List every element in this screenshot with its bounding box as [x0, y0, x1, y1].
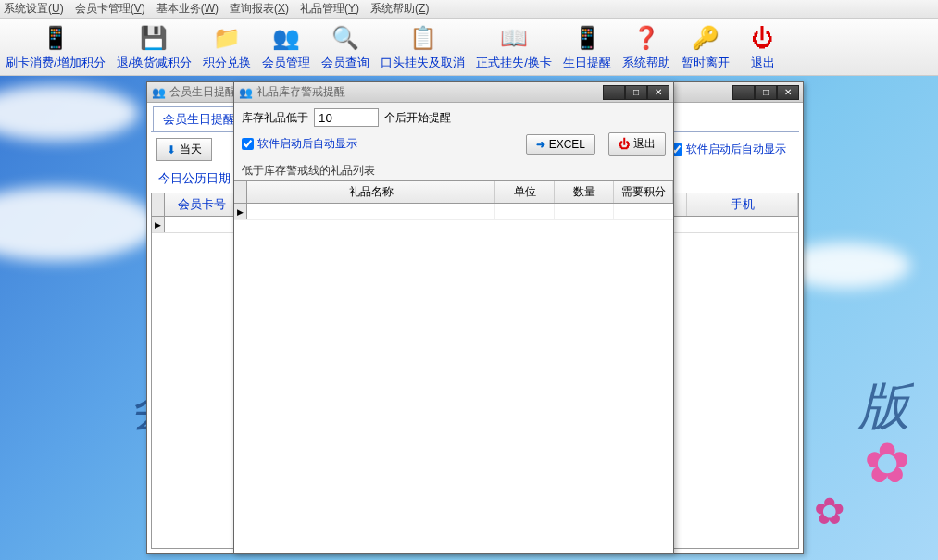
tb-exit[interactable]: ⏻退出: [735, 20, 791, 73]
tb-birthday[interactable]: 📱生日提醒: [557, 20, 617, 73]
col-card[interactable]: 会员卡号: [165, 193, 239, 216]
arrow-right-icon: ➜: [536, 138, 545, 151]
stock-grid[interactable]: 礼品名称 单位 数量 需要积分 ▶: [234, 180, 673, 553]
menu-card[interactable]: 会员卡管理(V): [75, 1, 145, 17]
people-icon: 👥: [151, 85, 166, 100]
threshold-suffix: 个后开始提醒: [384, 110, 451, 126]
minimize-button[interactable]: —: [732, 85, 755, 100]
today-button[interactable]: ⬇当天: [156, 138, 212, 161]
menu-report[interactable]: 查询报表(X): [230, 1, 289, 17]
maximize-button[interactable]: □: [755, 85, 777, 100]
clipboard-icon: 📋: [408, 23, 438, 53]
list-caption: 低于库存警戒线的礼品列表: [234, 161, 673, 180]
people-icon: 👥: [238, 85, 253, 100]
tb-member-query[interactable]: 🔍会员查询: [316, 20, 375, 73]
book-icon: 📖: [499, 23, 529, 53]
tb-formal-loss[interactable]: 📖正式挂失/换卡: [470, 20, 557, 73]
col-points[interactable]: 需要积分: [614, 181, 673, 203]
tb-points-exchange[interactable]: 📁积分兑换: [197, 20, 256, 73]
people-icon: 👥: [271, 23, 301, 53]
menu-gift[interactable]: 礼品管理(Y): [300, 1, 359, 17]
stock-titlebar[interactable]: 👥 礼品库存警戒提醒 — □ ✕: [234, 82, 673, 103]
threshold-input[interactable]: [314, 108, 379, 127]
search-icon: 🔍: [331, 23, 360, 53]
menu-bar: 系统设置(U) 会员卡管理(V) 基本业务(W) 查询报表(X) 礼品管理(Y)…: [0, 0, 938, 19]
excel-button[interactable]: ➜EXCEL: [526, 134, 595, 155]
stock-title: 礼品库存警戒提醒: [256, 84, 603, 100]
row-marker-header: [234, 181, 247, 203]
tb-verbal-loss[interactable]: 📋口头挂失及取消: [375, 20, 470, 73]
exit-button[interactable]: ⏻退出: [608, 132, 666, 156]
arrow-down-icon: ⬇: [167, 143, 176, 156]
threshold-prefix: 库存礼品低于: [242, 110, 308, 126]
main-toolbar: 📱刷卡消费/增加积分 💾退/换货减积分 📁积分兑换 👥会员管理 🔍会员查询 📋口…: [0, 19, 938, 76]
close-button[interactable]: ✕: [647, 85, 669, 100]
row-marker: ▶: [234, 204, 247, 219]
stock-warning-window: 👥 礼品库存警戒提醒 — □ ✕ 库存礼品低于 个后开始提醒 软件启动后自动显示…: [233, 81, 674, 554]
birthday-autoshow-check[interactable]: 软件启动后自动显示: [670, 142, 786, 157]
tb-return-goods[interactable]: 💾退/换货减积分: [111, 20, 198, 73]
stock-autoshow-check[interactable]: 软件启动后自动显示: [242, 136, 357, 152]
menu-business[interactable]: 基本业务(W): [156, 1, 219, 17]
tb-swipe-card[interactable]: 📱刷卡消费/增加积分: [0, 20, 111, 73]
birthday-tab[interactable]: 会员生日提醒: [153, 106, 245, 131]
col-gift-name[interactable]: 礼品名称: [247, 181, 495, 203]
row-marker-header: [152, 193, 165, 216]
key-icon: 🔑: [691, 23, 720, 53]
folder-icon: 📁: [212, 23, 242, 53]
calculator-icon: 📱: [41, 23, 70, 53]
menu-help[interactable]: 系统帮助(Z): [370, 1, 429, 17]
col-phone[interactable]: 手机: [687, 193, 798, 216]
power-icon: ⏻: [619, 138, 630, 151]
col-qty[interactable]: 数量: [555, 181, 614, 203]
tb-leave[interactable]: 🔑暂时离开: [676, 20, 735, 73]
menu-system[interactable]: 系统设置(U): [4, 1, 64, 17]
close-button[interactable]: ✕: [777, 85, 799, 100]
tb-help[interactable]: ❓系统帮助: [617, 20, 676, 73]
phone-icon: 📱: [572, 23, 602, 53]
col-unit[interactable]: 单位: [495, 181, 555, 203]
help-icon: ❓: [632, 23, 661, 53]
minimize-button[interactable]: —: [603, 85, 625, 100]
row-marker: ▶: [152, 217, 165, 232]
disk-icon: 💾: [139, 23, 169, 53]
power-icon: ⏻: [748, 23, 778, 53]
tb-member-manage[interactable]: 👥会员管理: [256, 20, 316, 73]
maximize-button[interactable]: □: [625, 85, 647, 100]
